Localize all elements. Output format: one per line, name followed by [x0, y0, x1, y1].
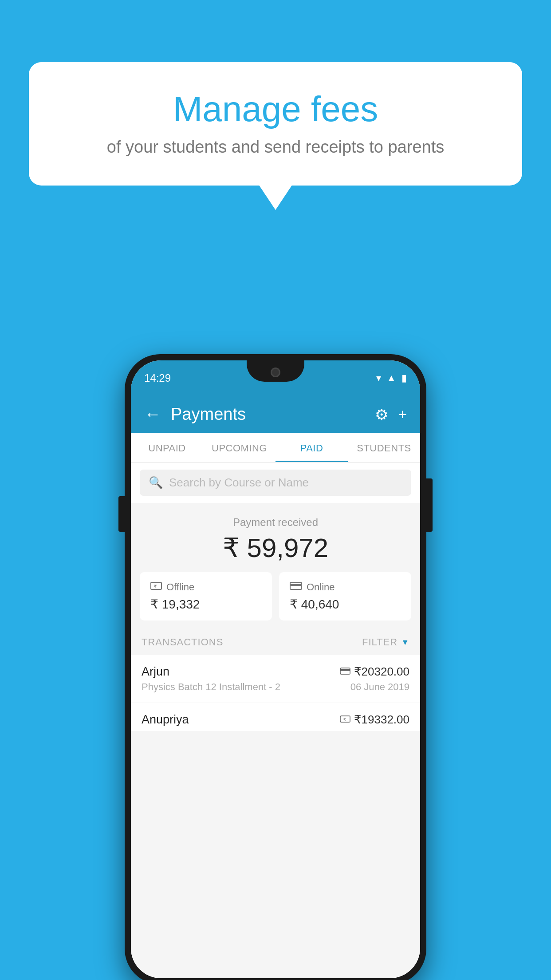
card-payment-icon [340, 666, 350, 678]
transaction-name: Arjun [142, 665, 169, 679]
page-title: Payments [171, 405, 375, 424]
svg-text:₹: ₹ [154, 584, 157, 589]
status-bar: 14:29 ▾ ▲ ▮ [131, 360, 420, 396]
status-icons: ▾ ▲ ▮ [376, 372, 407, 384]
offline-icon: ₹ [150, 581, 162, 593]
svg-text:₹: ₹ [343, 717, 346, 722]
transaction-name-2: Anupriya [142, 713, 189, 727]
transaction-row[interactable]: Arjun ₹20320.00 Physics [131, 655, 420, 703]
filter-icon: ▼ [401, 638, 409, 647]
transactions-label: TRANSACTIONS [142, 636, 223, 648]
camera-dot [271, 368, 280, 377]
transactions-header: TRANSACTIONS FILTER ▼ [131, 629, 420, 655]
tab-upcoming[interactable]: UPCOMING [203, 433, 276, 462]
tabs-bar: UNPAID UPCOMING PAID STUDENTS [131, 433, 420, 462]
tab-students[interactable]: STUDENTS [348, 433, 420, 462]
header-icons: ⚙ + [375, 406, 407, 423]
svg-rect-5 [340, 669, 350, 671]
search-box[interactable]: 🔍 Search by Course or Name [140, 470, 411, 496]
payment-received-section: Payment received ₹ 59,972 [131, 503, 420, 572]
online-icon [290, 581, 302, 593]
offline-amount: ₹ 19,332 [150, 597, 261, 612]
offline-label: Offline [166, 581, 194, 593]
wifi-icon: ▾ [376, 372, 381, 384]
online-card: Online ₹ 40,640 [279, 572, 411, 620]
offline-card-header: ₹ Offline [150, 581, 261, 593]
phone-frame: 14:29 ▾ ▲ ▮ ← Payments ⚙ + UNPAID UPCO [125, 354, 426, 980]
content-area: 🔍 Search by Course or Name Payment recei… [131, 462, 420, 978]
app-header: ← Payments ⚙ + [131, 396, 420, 433]
add-icon[interactable]: + [398, 406, 407, 423]
bubble-subtitle: of your students and send receipts to pa… [60, 138, 491, 157]
online-label: Online [307, 581, 335, 593]
transaction-date: 06 June 2019 [350, 681, 409, 693]
status-time: 14:29 [144, 372, 171, 384]
transaction-amount-row: ₹20320.00 [340, 665, 409, 679]
bubble-title: Manage fees [60, 89, 491, 130]
battery-icon: ▮ [401, 372, 407, 384]
transaction-top-partial: Anupriya ₹ ₹19332.00 [142, 713, 409, 727]
phone-screen: 14:29 ▾ ▲ ▮ ← Payments ⚙ + UNPAID UPCO [131, 360, 420, 978]
svg-rect-3 [290, 584, 302, 586]
signal-icon: ▲ [386, 372, 396, 384]
svg-rect-4 [340, 668, 350, 674]
phone-outer: 14:29 ▾ ▲ ▮ ← Payments ⚙ + UNPAID UPCO [125, 354, 426, 980]
offline-card: ₹ Offline ₹ 19,332 [140, 572, 272, 620]
online-card-header: Online [290, 581, 401, 593]
search-icon: 🔍 [149, 476, 163, 490]
payment-received-label: Payment received [140, 516, 411, 529]
transaction-amount-row-2: ₹ ₹19332.00 [340, 713, 409, 727]
back-button[interactable]: ← [144, 405, 161, 424]
payment-received-amount: ₹ 59,972 [140, 532, 411, 563]
search-container: 🔍 Search by Course or Name [131, 462, 420, 503]
transaction-amount: ₹20320.00 [354, 665, 409, 679]
filter-button[interactable]: FILTER ▼ [362, 636, 409, 648]
payment-cards-row: ₹ Offline ₹ 19,332 [131, 572, 420, 629]
speech-bubble: Manage fees of your students and send re… [29, 62, 522, 186]
online-amount: ₹ 40,640 [290, 597, 401, 612]
transaction-amount-2: ₹19332.00 [354, 713, 409, 727]
transaction-bottom: Physics Batch 12 Installment - 2 06 June… [142, 681, 409, 693]
speech-bubble-wrapper: Manage fees of your students and send re… [29, 62, 522, 186]
transaction-row-partial[interactable]: Anupriya ₹ ₹19332.00 [131, 703, 420, 731]
settings-icon[interactable]: ⚙ [375, 406, 388, 423]
transaction-top: Arjun ₹20320.00 [142, 665, 409, 679]
transaction-description: Physics Batch 12 Installment - 2 [142, 681, 280, 693]
tab-paid[interactable]: PAID [276, 433, 348, 462]
cash-payment-icon: ₹ [340, 714, 350, 726]
tab-unpaid[interactable]: UNPAID [131, 433, 203, 462]
notch-cutout [247, 360, 304, 382]
search-placeholder-text: Search by Course or Name [169, 476, 309, 490]
